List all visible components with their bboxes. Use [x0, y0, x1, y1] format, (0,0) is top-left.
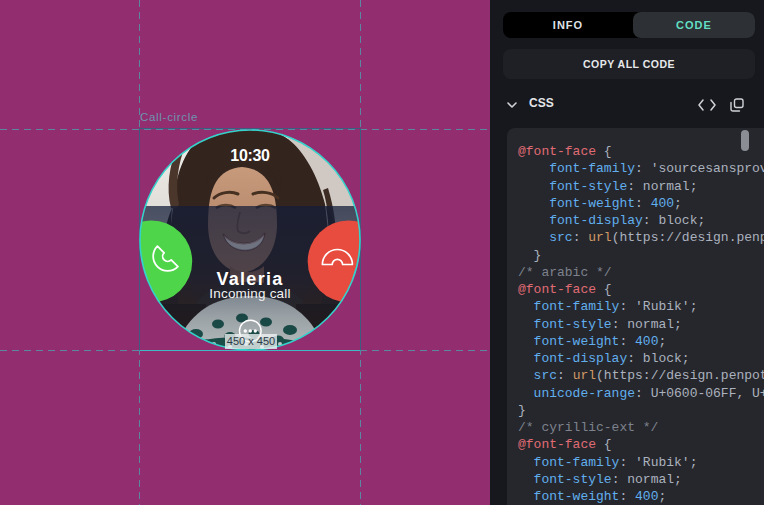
svg-text:10:30: 10:30 [230, 147, 270, 164]
svg-text:Incoming call: Incoming call [209, 286, 290, 301]
